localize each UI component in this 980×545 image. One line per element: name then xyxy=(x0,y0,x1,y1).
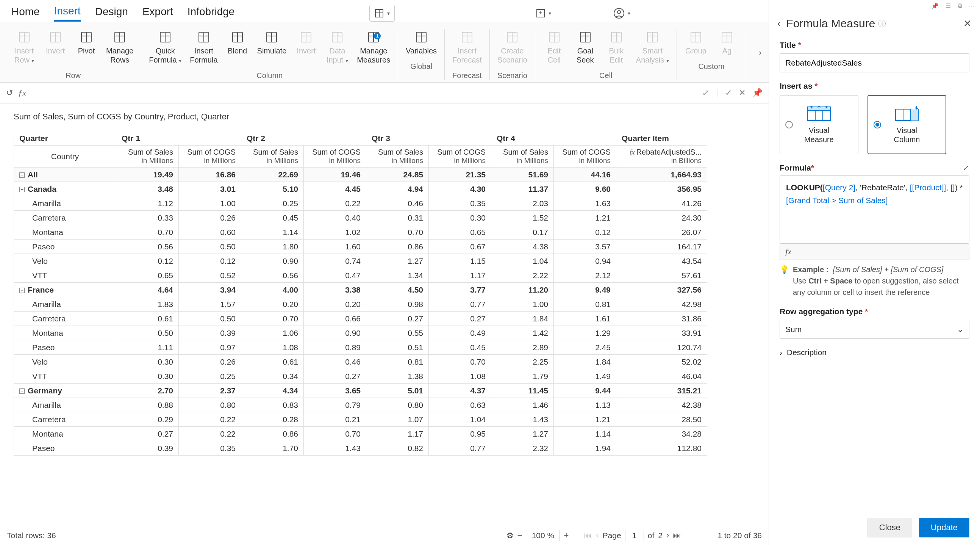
cell-value[interactable]: 0.94 xyxy=(554,254,616,268)
cell-value[interactable]: 1.17 xyxy=(366,427,429,441)
cell-value[interactable]: 0.98 xyxy=(366,297,429,312)
last-page-button[interactable]: ⏭ xyxy=(673,531,681,540)
cell-value[interactable]: 1.04 xyxy=(429,412,491,427)
cell-value[interactable]: 0.39 xyxy=(116,441,179,456)
cell-value[interactable]: 1.60 xyxy=(304,239,366,254)
cell-value[interactable]: 1.00 xyxy=(179,196,241,211)
tab-infobridge[interactable]: Infobridge xyxy=(188,6,235,21)
cell-value[interactable]: 41.26 xyxy=(616,196,707,211)
row-label[interactable]: −All xyxy=(14,167,116,182)
cell-value[interactable]: 22.69 xyxy=(241,167,304,182)
cell-value[interactable]: 0.26 xyxy=(179,355,241,369)
cell-value[interactable]: 0.39 xyxy=(179,326,241,340)
cell-value[interactable]: 4.94 xyxy=(366,182,429,196)
table-row[interactable]: Amarilla0.880.800.830.790.800.631.461.13… xyxy=(14,398,707,412)
cell-value[interactable]: 1,664.93 xyxy=(616,167,707,182)
cell-value[interactable]: 1.21 xyxy=(554,412,616,427)
cell-value[interactable]: 1.34 xyxy=(366,268,429,283)
cell-value[interactable]: 24.85 xyxy=(366,167,429,182)
cell-value[interactable]: 2.70 xyxy=(116,384,179,398)
cell-value[interactable]: 0.21 xyxy=(304,412,366,427)
popout-panel-icon[interactable]: ⧉ xyxy=(958,2,962,10)
measure-header[interactable]: Sum of COGSin Millions xyxy=(554,145,616,167)
cell-value[interactable]: 0.27 xyxy=(116,427,179,441)
pivot-table[interactable]: QuarterQtr 1Qtr 2Qtr 3Qtr 4Quarter ItemC… xyxy=(14,131,707,456)
cell-value[interactable]: 0.81 xyxy=(366,355,429,369)
cell-value[interactable]: 0.81 xyxy=(554,297,616,312)
tab-insert[interactable]: Insert xyxy=(54,5,81,22)
row-label[interactable]: Paseo xyxy=(14,441,116,456)
cell-value[interactable]: 0.77 xyxy=(429,441,491,456)
table-row[interactable]: VTT0.300.250.340.271.381.081.791.4946.04 xyxy=(14,369,707,384)
table-row[interactable]: Carretera0.330.260.450.400.310.301.521.2… xyxy=(14,211,707,225)
next-page-button[interactable]: › xyxy=(667,531,669,540)
quarter-col-header[interactable]: Qtr 1 xyxy=(116,131,241,145)
measure-title-input[interactable] xyxy=(780,53,969,72)
cell-value[interactable]: 1.17 xyxy=(429,268,491,283)
cell-value[interactable]: 0.33 xyxy=(116,211,179,225)
cell-value[interactable]: 1.84 xyxy=(554,355,616,369)
confirm-icon[interactable]: ✓ xyxy=(725,88,732,98)
row-label[interactable]: Amarilla xyxy=(14,297,116,312)
cell-value[interactable]: 4.50 xyxy=(366,283,429,297)
cell-value[interactable]: 4.45 xyxy=(304,182,366,196)
cell-value[interactable]: 2.03 xyxy=(491,196,554,211)
cell-value[interactable]: 0.70 xyxy=(429,355,491,369)
formula-fx-row[interactable]: fx xyxy=(780,244,969,260)
cell-value[interactable]: 3.57 xyxy=(554,239,616,254)
table-row[interactable]: Paseo0.560.501.801.600.860.674.383.57164… xyxy=(14,239,707,254)
cell-value[interactable]: 0.49 xyxy=(429,326,491,340)
cell-value[interactable]: 0.86 xyxy=(241,427,304,441)
cell-value[interactable]: 19.49 xyxy=(116,167,179,182)
collapse-icon[interactable]: − xyxy=(19,389,25,394)
cell-value[interactable]: 4.00 xyxy=(241,283,304,297)
cell-value[interactable]: 42.98 xyxy=(616,297,707,312)
cell-value[interactable]: 28.50 xyxy=(616,412,707,427)
quarter-header[interactable]: Quarter xyxy=(14,131,116,145)
row-label[interactable]: −Germany xyxy=(14,384,116,398)
cell-value[interactable]: 164.17 xyxy=(616,239,707,254)
country-header[interactable]: Country xyxy=(14,145,116,167)
cell-value[interactable]: 31.86 xyxy=(616,312,707,326)
cell-value[interactable]: 43.54 xyxy=(616,254,707,268)
cell-value[interactable]: 0.51 xyxy=(366,340,429,355)
cell-value[interactable]: 3.38 xyxy=(304,283,366,297)
cell-value[interactable]: 1.27 xyxy=(366,254,429,268)
cancel-icon[interactable]: ✕ xyxy=(739,88,746,98)
cell-value[interactable]: 11.37 xyxy=(491,182,554,196)
cell-value[interactable]: 0.67 xyxy=(429,239,491,254)
cell-value[interactable]: 1.61 xyxy=(554,312,616,326)
pin-panel-icon[interactable]: 📌 xyxy=(931,2,939,10)
more-panel-icon[interactable]: ⋯ xyxy=(969,2,975,10)
row-label[interactable]: Carretera xyxy=(14,211,116,225)
ribbon-scroll-right[interactable]: › xyxy=(759,48,767,56)
cell-value[interactable]: 1.38 xyxy=(366,369,429,384)
cell-value[interactable]: 1.12 xyxy=(116,196,179,211)
row-label[interactable]: Montana xyxy=(14,427,116,441)
cell-value[interactable]: 0.65 xyxy=(116,268,179,283)
page-current-input[interactable]: 1 xyxy=(625,530,644,541)
collapse-icon[interactable]: − xyxy=(19,187,25,192)
cell-value[interactable]: 0.70 xyxy=(116,225,179,239)
row-label[interactable]: Velo xyxy=(14,254,116,268)
cell-value[interactable]: 0.70 xyxy=(304,427,366,441)
cell-value[interactable]: 0.25 xyxy=(241,196,304,211)
table-row[interactable]: Montana0.500.391.060.900.550.491.421.293… xyxy=(14,326,707,340)
cell-value[interactable]: 315.21 xyxy=(616,384,707,398)
measure-header[interactable]: Sum of COGSin Millions xyxy=(179,145,241,167)
row-label[interactable]: Montana xyxy=(14,225,116,239)
ribbon-goal-seek[interactable]: GoalSeek xyxy=(572,29,599,66)
cell-value[interactable]: 1.43 xyxy=(304,441,366,456)
cell-value[interactable]: 0.35 xyxy=(429,196,491,211)
table-row[interactable]: Amarilla1.121.000.250.220.460.352.031.63… xyxy=(14,196,707,211)
cell-value[interactable]: 3.01 xyxy=(179,182,241,196)
settings-gear-icon[interactable]: ⚙ xyxy=(506,531,514,540)
cell-value[interactable]: 2.25 xyxy=(491,355,554,369)
cell-value[interactable]: 1.83 xyxy=(116,297,179,312)
cell-value[interactable]: 1.15 xyxy=(429,254,491,268)
ribbon-simulate[interactable]: Simulate xyxy=(255,29,289,66)
table-row[interactable]: −Germany2.702.374.343.655.014.3711.459.4… xyxy=(14,384,707,398)
measure-header[interactable]: Sum of Salesin Millions xyxy=(116,145,179,167)
cell-value[interactable]: 1.14 xyxy=(241,225,304,239)
cell-value[interactable]: 1.70 xyxy=(241,441,304,456)
